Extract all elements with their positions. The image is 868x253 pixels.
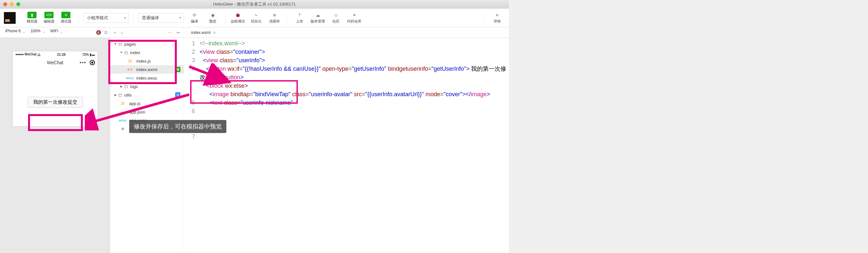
community-button[interactable]: ☺ 社区 (328, 10, 344, 26)
file-explorer: ▼🗀pages ▼🗀index JSindex.js < >index.wxml… (110, 38, 184, 253)
user-avatar[interactable] (4, 12, 16, 24)
bug-icon: ≡ (61, 12, 70, 18)
modified-badge: M (175, 67, 180, 72)
wifi-icon: ⧋ (37, 53, 40, 56)
json-icon: { } (118, 110, 127, 114)
nav-menu-icon[interactable]: ••• (80, 60, 87, 65)
folder-icon: 🗀 (118, 42, 122, 46)
tree-file-index-js[interactable]: JSindex.js (110, 57, 184, 65)
code-icon: </> (44, 12, 54, 18)
device-select[interactable]: iPhone 6 (3, 29, 26, 36)
folder-icon: 🗀 (118, 93, 122, 97)
simulator-panel: ●●●●● WeChat ⧋ 21:28 72% ▮▬ WeChat ••• 我… (0, 38, 110, 253)
tree-folder-pages[interactable]: ▼🗀pages (110, 40, 184, 48)
main-toolbar: ▮ 模拟器 </> 编辑器 ≡ 调试器 小程序模式 普通编译 ⟳ 编译 ◉ 预览… (0, 8, 509, 27)
remote-debug-button[interactable]: 🐞 远程调试 (230, 10, 246, 26)
preview-button[interactable]: ◉ 预览 (205, 10, 220, 26)
status-left: ●●●●● WeChat ⧋ (15, 53, 40, 56)
mode-select[interactable]: 小程序模式 (83, 13, 129, 23)
subbar: iPhone 6 100% WiFi 🔇 ⧉ + ⌕ ⋯ ⇤ index.wxm… (0, 27, 509, 38)
tree-file-index-wxss[interactable]: wxssindex.wxss (110, 74, 184, 82)
upload-icon: ⇡ (295, 12, 304, 18)
new-file-button[interactable]: + (114, 30, 116, 35)
untracked-badge: U (175, 92, 180, 97)
nav-title: WeChat (47, 60, 63, 65)
switch-bg-button[interactable]: ⤷ 切后台 (248, 10, 264, 26)
js-icon: JS (125, 59, 134, 63)
wxss-icon: wxss (125, 76, 134, 80)
tree-folder-utils[interactable]: ▶🗀utils U (110, 91, 184, 99)
tree-file-index-wxml[interactable]: < >index.wxml M (110, 65, 184, 74)
nav-close-icon[interactable] (90, 60, 95, 65)
tree-folder-logs[interactable]: ▶🗀logs (110, 82, 184, 91)
debugger-button[interactable]: ≡ 调试器 (58, 10, 74, 26)
editor-tab[interactable]: index.wxml × (187, 27, 220, 38)
folder-icon: 🗀 (124, 50, 128, 55)
tab-label: index.wxml (191, 30, 210, 35)
version-button[interactable]: ☁ 版本管理 (310, 10, 326, 26)
mute-icon[interactable]: 🔇 (96, 30, 101, 35)
window-close[interactable] (3, 2, 7, 6)
code-editor[interactable]: 1234567 <!--index.wxml--> <view class="c… (184, 38, 509, 253)
split-icon[interactable]: ⧉ (104, 30, 107, 35)
simulator-button[interactable]: ▮ 模拟器 (24, 10, 40, 26)
compile-button[interactable]: ⟳ 编译 (187, 10, 202, 26)
phone-navbar: WeChat ••• (13, 58, 97, 67)
window-zoom[interactable] (16, 2, 20, 6)
zoom-select[interactable]: 100% (28, 29, 46, 36)
upload-button[interactable]: ⇡ 上传 (291, 10, 307, 26)
code-repo-button[interactable]: ⚭ 代码仓库 (346, 10, 362, 26)
community-icon: ☺ (332, 12, 341, 18)
titlebar: HelloGitee - 微信开发者工具 v1.02.1808171 (0, 0, 509, 8)
folder-icon: 🗀 (124, 84, 128, 89)
cloud-icon: ☁ (313, 12, 322, 18)
window-title: HelloGitee - 微信开发者工具 v1.02.1808171 (213, 1, 296, 7)
compile-select[interactable]: 普通编译 (138, 13, 184, 23)
get-userinfo-button[interactable]: 我的第一次修改提交 (28, 97, 83, 107)
network-select[interactable]: WiFi (48, 29, 64, 36)
phone-frame: ●●●●● WeChat ⧋ 21:28 72% ▮▬ WeChat ••• 我… (12, 51, 98, 127)
menu-icon: ≡ (493, 12, 502, 18)
search-button[interactable]: ⌕ (121, 30, 123, 35)
status-time: 21:28 (57, 53, 66, 56)
phone-icon: ▮ (27, 12, 36, 18)
close-icon[interactable]: × (213, 30, 216, 35)
stack-icon: ≋ (270, 12, 279, 18)
annotation-tooltip: 修改并保存后，可在模拟器中预览 (129, 120, 226, 133)
eye-icon: ◉ (208, 12, 217, 18)
tree-folder-index[interactable]: ▼🗀index (110, 48, 184, 57)
switch-icon: ⤷ (251, 12, 260, 18)
gear-icon: ⚙ (118, 127, 127, 131)
tree-file-app-js[interactable]: JSapp.js (110, 99, 184, 107)
more-button[interactable]: ⋯ (168, 30, 172, 35)
bug-icon: 🐞 (233, 12, 242, 18)
collapse-button[interactable]: ⇤ (177, 30, 180, 35)
repo-icon: ⚭ (350, 12, 359, 18)
status-battery: 72% ▮▬ (82, 53, 95, 56)
code-area[interactable]: <!--index.wxml--> <view class="container… (199, 38, 509, 253)
details-button[interactable]: ≡ 详情 (489, 10, 505, 26)
window-minimize[interactable] (10, 2, 14, 6)
wxss-icon: wxss (118, 119, 127, 122)
tree-file-app-json[interactable]: { }app.json (110, 107, 184, 116)
refresh-icon: ⟳ (190, 12, 199, 18)
js-icon: JS (118, 102, 127, 105)
editor-button[interactable]: </> 编辑器 (41, 10, 57, 26)
clear-cache-button[interactable]: ≋ 清缓存 (267, 10, 282, 26)
wxml-icon: < > (125, 68, 134, 71)
line-gutter: 1234567 (184, 38, 199, 253)
